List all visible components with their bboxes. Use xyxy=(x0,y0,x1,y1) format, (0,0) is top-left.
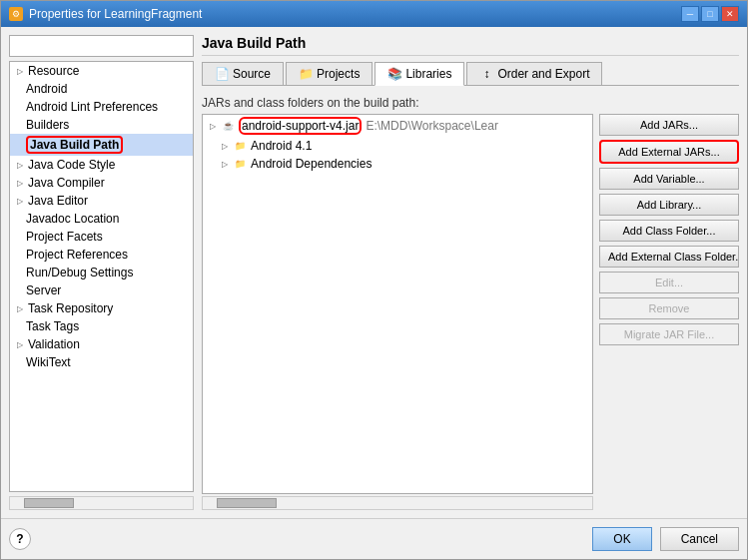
tab-source[interactable]: 📄 Source xyxy=(202,62,284,85)
title-buttons: ─ □ ✕ xyxy=(681,6,739,22)
tree-item-wikitext[interactable]: WikiText xyxy=(10,353,193,371)
jar-name-android-support: android-support-v4.jar xyxy=(239,117,362,135)
scrollbar-thumb[interactable] xyxy=(217,498,277,508)
jar-label-android-deps: Android Dependencies xyxy=(251,157,372,171)
tree-item-android[interactable]: Android xyxy=(10,80,193,98)
title-bar: ⚙ Properties for LearningFragment ─ □ ✕ xyxy=(1,1,747,27)
tree-item-project-references[interactable]: Project References xyxy=(10,246,193,264)
tree-item-project-facets[interactable]: Project Facets xyxy=(10,228,193,246)
tabs-bar: 📄 Source 📁 Projects 📚 Libraries ↕ Order … xyxy=(202,62,739,86)
dialog-body: ▷ Resource Android Android Lint Preferen… xyxy=(1,27,747,518)
tree-item-label-wikitext: WikiText xyxy=(26,355,71,369)
add-external-class-folder-button[interactable]: Add External Class Folder... xyxy=(599,246,739,268)
edit-button[interactable]: Edit... xyxy=(599,272,739,293)
horizontal-scrollbar[interactable] xyxy=(202,496,593,510)
jar-file-icon: ☕ xyxy=(221,119,235,133)
footer-right-buttons: OK Cancel xyxy=(592,527,739,551)
tree-item-javadoc[interactable]: Javadoc Location xyxy=(10,210,193,228)
tab-projects[interactable]: 📁 Projects xyxy=(286,62,373,85)
tree-item-label-java-editor: Java Editor xyxy=(28,194,88,208)
left-horizontal-scrollbar[interactable] xyxy=(9,496,194,510)
action-buttons-panel: Add JARs... Add External JARs... Add Var… xyxy=(599,114,739,510)
tree-item-java-editor[interactable]: ▷ Java Editor xyxy=(10,192,193,210)
left-tree-panel: ▷ Resource Android Android Lint Preferen… xyxy=(9,61,194,492)
help-button[interactable]: ? xyxy=(9,528,31,550)
close-button[interactable]: ✕ xyxy=(721,6,739,22)
add-jars-button[interactable]: Add JARs... xyxy=(599,114,739,136)
tree-item-label-android: Android xyxy=(26,82,67,96)
tree-item-label-validation: Validation xyxy=(28,337,80,351)
jar-path-android-support: E:\MDD\Workspace\Lear xyxy=(366,119,498,133)
tree-item-label-project-references: Project References xyxy=(26,248,128,262)
right-panel: Java Build Path 📄 Source 📁 Projects 📚 Li… xyxy=(202,35,739,510)
tab-projects-label: Projects xyxy=(317,67,360,81)
jar-label-android41: Android 4.1 xyxy=(251,139,312,153)
panel-title: Java Build Path xyxy=(202,35,739,56)
tab-order-export-label: Order and Export xyxy=(497,67,589,81)
add-class-folder-button[interactable]: Add Class Folder... xyxy=(599,220,739,242)
tree-item-label-resource: Resource xyxy=(28,64,79,78)
tree-item-resource[interactable]: ▷ Resource xyxy=(10,62,193,80)
tree-item-builders[interactable]: Builders xyxy=(10,116,193,134)
tree-item-android-lint[interactable]: Android Lint Preferences xyxy=(10,98,193,116)
expand-arrow-java-editor: ▷ xyxy=(14,195,26,207)
tab-source-label: Source xyxy=(233,67,271,81)
tree-item-label-builders: Builders xyxy=(26,118,69,132)
content-description: JARs and class folders on the build path… xyxy=(202,92,739,114)
expand-arrow-resource: ▷ xyxy=(14,65,26,77)
expand-arrow-android-support: ▷ xyxy=(207,120,219,132)
tree-item-java-build-path[interactable]: Java Build Path xyxy=(10,134,193,156)
projects-icon: 📁 xyxy=(299,67,313,81)
order-export-icon: ↕ xyxy=(479,67,493,81)
tree-item-task-tags[interactable]: Task Tags xyxy=(10,317,193,335)
folder-icon-android41: 📁 xyxy=(233,139,247,153)
expand-arrow-android41: ▷ xyxy=(219,140,231,152)
search-input[interactable] xyxy=(9,35,194,57)
tab-libraries-label: Libraries xyxy=(405,67,451,81)
add-variable-button[interactable]: Add Variable... xyxy=(599,168,739,190)
jar-item-android-deps[interactable]: ▷ 📁 Android Dependencies xyxy=(203,155,592,173)
tree-item-label-java-compiler: Java Compiler xyxy=(28,176,105,190)
tree-item-label-javadoc: Javadoc Location xyxy=(26,212,119,226)
tree-item-server[interactable]: Server xyxy=(10,281,193,299)
tree-item-label-java-build-path: Java Build Path xyxy=(26,136,123,154)
jar-tree: ▷ ☕ android-support-v4.jar E:\MDD\Worksp… xyxy=(202,114,593,494)
left-scroll-thumb[interactable] xyxy=(24,498,74,508)
jar-item-android41[interactable]: ▷ 📁 Android 4.1 xyxy=(203,137,592,155)
ok-button[interactable]: OK xyxy=(592,527,651,551)
left-panel: ▷ Resource Android Android Lint Preferen… xyxy=(9,35,194,510)
source-icon: 📄 xyxy=(215,67,229,81)
tree-item-label-java-code-style: Java Code Style xyxy=(28,158,115,172)
tree-item-label-task-tags: Task Tags xyxy=(26,319,79,333)
tree-item-label-server: Server xyxy=(26,283,61,297)
cancel-button[interactable]: Cancel xyxy=(660,527,739,551)
tree-item-label-task-repository: Task Repository xyxy=(28,301,113,315)
tree-item-validation[interactable]: ▷ Validation xyxy=(10,335,193,353)
tree-item-java-code-style[interactable]: ▷ Java Code Style xyxy=(10,156,193,174)
remove-button[interactable]: Remove xyxy=(599,297,739,319)
dialog-footer: ? OK Cancel xyxy=(1,518,747,559)
expand-arrow-java-code-style: ▷ xyxy=(14,159,26,171)
tree-item-task-repository[interactable]: ▷ Task Repository xyxy=(10,299,193,317)
folder-icon-android-deps: 📁 xyxy=(233,157,247,171)
add-library-button[interactable]: Add Library... xyxy=(599,194,739,216)
properties-dialog: ⚙ Properties for LearningFragment ─ □ ✕ … xyxy=(0,0,748,560)
tab-order-export[interactable]: ↕ Order and Export xyxy=(466,62,602,85)
dialog-title: Properties for LearningFragment xyxy=(29,7,202,21)
minimize-button[interactable]: ─ xyxy=(681,6,699,22)
dialog-icon: ⚙ xyxy=(9,7,23,21)
title-bar-left: ⚙ Properties for LearningFragment xyxy=(9,7,202,21)
maximize-button[interactable]: □ xyxy=(701,6,719,22)
expand-arrow-validation: ▷ xyxy=(14,338,26,350)
tree-item-java-compiler[interactable]: ▷ Java Compiler xyxy=(10,174,193,192)
tree-item-label-project-facets: Project Facets xyxy=(26,230,103,244)
tab-libraries[interactable]: 📚 Libraries xyxy=(374,62,464,86)
jar-item-android-support[interactable]: ▷ ☕ android-support-v4.jar E:\MDD\Worksp… xyxy=(203,115,592,137)
content-split: ▷ ☕ android-support-v4.jar E:\MDD\Worksp… xyxy=(202,114,739,510)
libraries-icon: 📚 xyxy=(387,67,401,81)
add-external-jars-button[interactable]: Add External JARs... xyxy=(599,140,739,164)
migrate-jar-button[interactable]: Migrate JAR File... xyxy=(599,323,739,345)
expand-arrow-task-repository: ▷ xyxy=(14,302,26,314)
tree-item-run-debug[interactable]: Run/Debug Settings xyxy=(10,264,193,281)
content-area: JARs and class folders on the build path… xyxy=(202,92,739,510)
